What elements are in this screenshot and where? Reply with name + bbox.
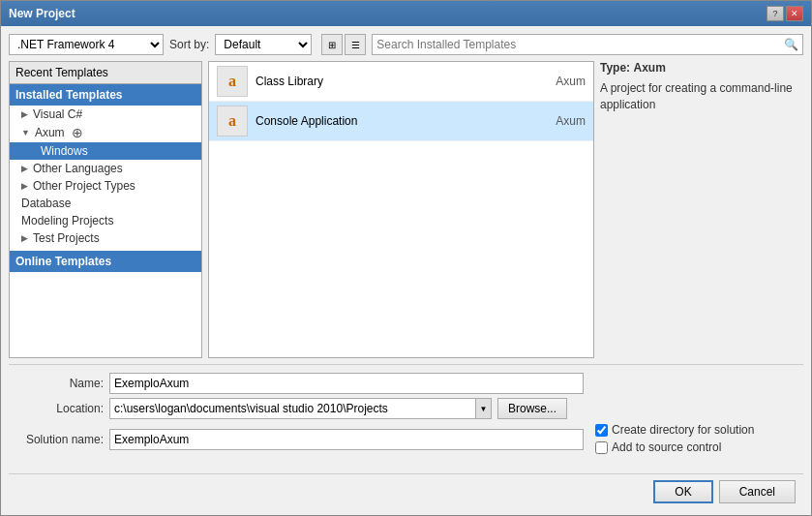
add-source-label[interactable]: Add to source control: [612, 440, 721, 454]
location-row: Location: c:\users\logan\documents\visua…: [16, 398, 796, 419]
sidebar: Recent Templates Installed Templates ▶ V…: [9, 61, 202, 358]
dialog-title: New Project: [9, 7, 75, 20]
location-wrapper: c:\users\logan\documents\visual studio 2…: [109, 398, 492, 419]
name-label: Name:: [16, 377, 104, 390]
template-class-library[interactable]: a Class Library Axum: [209, 62, 593, 102]
sidebar-item-database[interactable]: Database: [10, 195, 201, 212]
sidebar-item-axum[interactable]: ▼ Axum ⊕: [10, 123, 201, 142]
sidebar-item-label: Other Languages: [33, 162, 123, 175]
sort-select[interactable]: Default: [215, 34, 312, 55]
sidebar-item-label: Axum: [35, 126, 65, 139]
template-name: Class Library: [256, 75, 548, 88]
create-dir-row: Create directory for solution: [595, 423, 754, 437]
sidebar-item-test-projects[interactable]: ▶ Test Projects: [10, 229, 201, 247]
template-console-app[interactable]: a Console Application Axum: [209, 102, 593, 141]
create-dir-label[interactable]: Create directory for solution: [612, 423, 754, 437]
title-bar-buttons: ? ✕: [767, 6, 803, 21]
sidebar-item-other-languages[interactable]: ▶ Other Languages: [10, 160, 201, 177]
create-dir-checkbox[interactable]: [595, 424, 608, 437]
info-description: A project for creating a command-line ap…: [600, 80, 803, 113]
solution-input[interactable]: [109, 429, 584, 450]
templates-list: a Class Library Axum a Console Applicati…: [208, 61, 594, 358]
sidebar-item-label: Modeling Projects: [21, 214, 113, 228]
sidebar-item-other-project-types[interactable]: ▶ Other Project Types: [10, 177, 201, 195]
magnify-icon: ⊕: [72, 125, 83, 140]
search-icon: 🔍: [784, 38, 798, 51]
cancel-button[interactable]: Cancel: [719, 480, 796, 503]
info-panel: Type: Axum A project for creating a comm…: [600, 61, 803, 358]
toolbar: .NET Framework 4 Sort by: Default ⊞ ☰ 🔍: [9, 34, 803, 55]
main-area: Recent Templates Installed Templates ▶ V…: [9, 61, 803, 358]
add-source-checkbox[interactable]: [595, 441, 608, 454]
template-name: Console Application: [256, 114, 548, 128]
bottom-form: Name: Location: c:\users\logan\documents…: [9, 364, 803, 468]
ok-button[interactable]: OK: [653, 480, 712, 503]
search-input[interactable]: [376, 38, 780, 51]
sidebar-online-header[interactable]: Online Templates: [10, 251, 201, 272]
help-button[interactable]: ?: [767, 6, 784, 21]
template-source: Axum: [556, 75, 586, 88]
arrow-icon: ▶: [21, 181, 28, 191]
sidebar-installed-header[interactable]: Installed Templates: [10, 84, 201, 106]
sidebar-item-visual-cs[interactable]: ▶ Visual C#: [10, 106, 201, 123]
title-bar: New Project ? ✕: [1, 1, 811, 26]
arrow-icon: ▶: [21, 164, 28, 173]
template-icon: a: [217, 66, 248, 97]
sidebar-recent-header[interactable]: Recent Templates: [10, 62, 201, 84]
info-type: Type: Axum: [600, 61, 803, 75]
add-source-row: Add to source control: [595, 440, 754, 454]
template-icon: a: [217, 106, 248, 137]
dialog-content: .NET Framework 4 Sort by: Default ⊞ ☰ 🔍 …: [1, 26, 811, 515]
new-project-dialog: New Project ? ✕ .NET Framework 4 Sort by…: [0, 0, 812, 516]
framework-select[interactable]: .NET Framework 4: [9, 34, 164, 55]
location-dropdown-arrow[interactable]: ▼: [475, 399, 491, 418]
dialog-buttons: OK Cancel: [9, 473, 803, 507]
arrow-icon: ▶: [21, 233, 28, 243]
browse-button[interactable]: Browse...: [497, 398, 567, 419]
sidebar-item-label: Windows: [41, 144, 88, 158]
template-source: Axum: [556, 114, 586, 128]
sidebar-item-label: Other Project Types: [33, 179, 135, 193]
close-button[interactable]: ✕: [786, 6, 803, 21]
templates-panel: a Class Library Axum a Console Applicati…: [208, 61, 803, 358]
solution-row: Solution name: Create directory for solu…: [16, 423, 796, 456]
sidebar-item-label: Database: [21, 197, 71, 210]
arrow-down-icon: ▼: [21, 128, 30, 137]
location-label: Location:: [16, 402, 104, 415]
list-view-button[interactable]: ☰: [345, 34, 366, 55]
name-input[interactable]: [109, 373, 584, 394]
sidebar-item-windows[interactable]: Windows: [10, 142, 201, 160]
name-row: Name:: [16, 373, 796, 394]
sidebar-item-label: Visual C#: [33, 107, 82, 121]
search-box: 🔍: [372, 34, 803, 55]
sidebar-item-modeling-projects[interactable]: Modeling Projects: [10, 212, 201, 229]
view-buttons: ⊞ ☰: [321, 34, 366, 55]
sort-label: Sort by:: [169, 38, 209, 51]
sidebar-item-label: Test Projects: [33, 231, 100, 245]
grid-view-button[interactable]: ⊞: [321, 34, 343, 55]
location-text: c:\users\logan\documents\visual studio 2…: [110, 402, 475, 415]
solution-label: Solution name:: [16, 433, 104, 446]
arrow-icon: ▶: [21, 109, 28, 119]
